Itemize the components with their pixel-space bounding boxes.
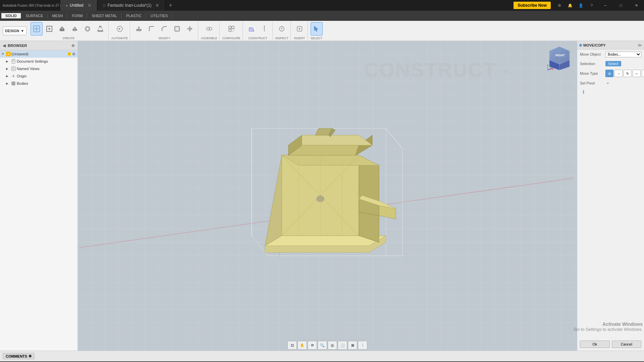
movecopy-info-row: ℹ [577, 88, 644, 96]
construct-group [246, 21, 270, 36]
move-type-rotate[interactable]: ↻ [624, 70, 632, 77]
user-icon[interactable]: 👤 [576, 1, 586, 10]
assemble-joint-btn[interactable] [203, 22, 215, 36]
browser-settings-icon[interactable]: ⊕ [71, 43, 75, 49]
toolbar-construct-section: CONSTRUCT [244, 21, 273, 40]
menu-solid[interactable]: SOLID [1, 13, 21, 18]
toolbar-insert-section: INSERT [291, 21, 308, 40]
statusbar: COMMENTS ⊕ [0, 351, 644, 361]
svg-rect-12 [99, 26, 101, 27]
minimize-button[interactable]: ─ [598, 0, 613, 11]
move-type-point-to-point[interactable]: ↔ [633, 70, 641, 77]
svg-marker-69 [302, 135, 372, 145]
comments-panel-button[interactable]: COMMENTS ⊕ [3, 353, 35, 359]
tab-close-fantastic[interactable]: ✕ [155, 3, 159, 8]
insert-btn[interactable] [293, 22, 306, 36]
viewport-grid-toggle[interactable]: ⊞ [348, 341, 357, 350]
create-revolve-btn[interactable] [69, 22, 81, 36]
svg-rect-26 [229, 29, 231, 32]
svg-rect-11 [98, 31, 103, 32]
movecopy-selection-button[interactable]: Select [605, 61, 621, 66]
viewport-look-at-tool[interactable]: ◎ [328, 341, 337, 350]
svg-rect-38 [12, 59, 15, 63]
svg-point-43 [12, 68, 14, 70]
viewport[interactable]: CONSTRUCT - [78, 41, 577, 351]
lantern-model [231, 122, 406, 276]
settings-icon[interactable]: ⚙ [555, 1, 564, 10]
tab-untitled-label: Untitled [70, 3, 84, 8]
select-btn[interactable] [311, 22, 323, 36]
movecopy-header: MOVE/COPY ≫ [577, 41, 644, 50]
movecopy-expand-icon[interactable]: ≫ [638, 43, 642, 48]
viewport-display-mode[interactable]: ⬜ [338, 341, 347, 350]
movecopy-move-object-select[interactable]: Bodies... Components Faces [605, 52, 641, 57]
unsaved-badge: ! [68, 52, 71, 56]
viewport-pan-tool[interactable]: ✋ [298, 341, 307, 350]
menu-plastic[interactable]: PLASTIC [122, 13, 146, 18]
comments-settings-icon[interactable]: ⊕ [29, 354, 32, 358]
construct-plane-btn[interactable] [246, 22, 258, 36]
create-new-component-btn[interactable] [31, 22, 43, 36]
tree-item-named-views[interactable]: ▶ Named Views [0, 65, 77, 72]
move-type-free-drag[interactable]: ⊕ [605, 70, 613, 77]
menu-sheetmetal[interactable]: SHEET METAL [88, 13, 121, 18]
create-extrude-btn[interactable] [56, 22, 68, 36]
tree-icon-named-views [11, 66, 16, 71]
tree-label-root: (Unsaved) [11, 52, 67, 56]
move-type-along-path[interactable]: ⤵ [642, 70, 644, 77]
menu-form[interactable]: FORM [68, 13, 87, 18]
menu-utilities[interactable]: UTILITIES [147, 13, 172, 18]
info-icon: ℹ [580, 88, 587, 95]
movecopy-ok-button[interactable]: Ok [580, 341, 610, 348]
movecopy-cancel-button[interactable]: Cancel [612, 341, 642, 348]
tree-item-bodies[interactable]: ▶ Bodies [0, 80, 77, 87]
new-tab-button[interactable]: + [165, 0, 176, 11]
3d-model-container [231, 122, 406, 276]
menu-mesh[interactable]: MESH [48, 13, 67, 18]
modify-shell-btn[interactable] [171, 22, 183, 36]
viewport-select-tool[interactable]: ⊡ [287, 341, 297, 350]
view-cube[interactable]: RIGHT [546, 45, 573, 72]
viewport-more-options[interactable]: ⋮ [358, 341, 367, 350]
svg-rect-27 [232, 29, 234, 32]
automate-btn[interactable] [114, 22, 126, 36]
notifications-icon[interactable]: 🔔 [566, 1, 575, 10]
inspect-measure-btn[interactable] [276, 22, 288, 36]
tree-label-named-views: Named Views [17, 67, 76, 71]
browser-title: BROWSER [8, 44, 69, 48]
select-label: SELECT [311, 37, 322, 40]
inspect-label: INSPECT [275, 37, 288, 40]
design-mode-selector[interactable]: DESIGN ▼ [3, 26, 26, 35]
menu-surface[interactable]: SURFACE [22, 13, 48, 18]
create-pipe-btn[interactable] [82, 22, 94, 36]
tree-item-origin[interactable]: ▶ Origin [0, 72, 77, 80]
construct-axis-btn[interactable] [258, 22, 270, 36]
tab-fantastic-label: Fantastic Inari-Luulia*(1) [108, 3, 152, 8]
maximize-button[interactable]: □ [613, 0, 629, 11]
modify-fillet-btn[interactable] [146, 22, 158, 36]
svg-rect-19 [175, 26, 179, 31]
modify-move-btn[interactable] [184, 22, 196, 36]
create-sketch-btn[interactable] [43, 22, 55, 36]
tree-item-doc-settings[interactable]: ▶ Document Settings [0, 58, 77, 65]
tab-untitled[interactable]: ● Untitled ✕ [60, 0, 97, 11]
configure-btn[interactable] [225, 22, 237, 36]
svg-rect-6 [60, 29, 64, 31]
modify-chamfer-btn[interactable] [158, 22, 170, 36]
create-loft-btn[interactable] [94, 22, 106, 36]
move-type-translate[interactable]: → [614, 70, 623, 77]
tree-settings-icon[interactable]: ⚙ [71, 51, 76, 57]
tab-fantastic[interactable]: ⬡ Fantastic Inari-Luulia*(1) ✕ [97, 0, 165, 11]
tree-item-root[interactable]: ▼ ● (Unsaved) ! ⚙ [0, 50, 77, 58]
viewport-orbit-tool[interactable]: ⟳ [308, 341, 317, 350]
close-button[interactable]: ✕ [629, 0, 644, 11]
browser-collapse-icon[interactable]: ◀ [2, 43, 6, 49]
viewport-zoom-tool[interactable]: 🔍 [318, 341, 327, 350]
titlebar: Autodesk Fusion 360 (Trial ends in 27 da… [0, 0, 644, 11]
modify-press-pull-btn[interactable] [133, 22, 145, 36]
subscribe-button[interactable]: Subscribe Now [514, 2, 551, 9]
tab-close-untitled[interactable]: ✕ [88, 3, 92, 8]
help-icon[interactable]: ? [587, 1, 596, 10]
movecopy-add-pivot-button[interactable]: + [605, 80, 610, 86]
create-group [31, 21, 106, 36]
